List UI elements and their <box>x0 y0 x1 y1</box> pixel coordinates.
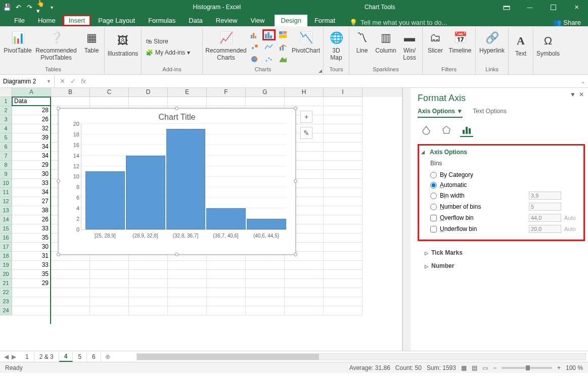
fill-line-icon[interactable] <box>420 124 433 137</box>
zoom-in-button[interactable]: + <box>557 364 561 371</box>
cell[interactable]: 31 <box>12 252 51 261</box>
row-header[interactable]: 17 <box>0 243 12 252</box>
cell[interactable]: Data <box>12 97 51 106</box>
cell[interactable] <box>207 279 246 288</box>
pivotchart-button[interactable]: 📉 PivotChart <box>291 29 321 65</box>
row-header[interactable]: 9 <box>0 170 12 179</box>
maximize-button[interactable] <box>541 0 565 14</box>
horizontal-scrollbar[interactable] <box>137 353 586 360</box>
zoom-percent[interactable]: 100 % <box>566 364 583 371</box>
cell[interactable]: 30 <box>12 243 51 252</box>
cell[interactable] <box>207 261 246 270</box>
cell[interactable] <box>285 97 324 106</box>
underflow-checkbox[interactable] <box>430 226 437 232</box>
cell[interactable] <box>246 306 285 315</box>
axis-options-header[interactable]: ◢Axis Options <box>421 149 581 156</box>
zoom-out-button[interactable]: − <box>493 364 496 371</box>
cell[interactable] <box>324 143 363 152</box>
by-category-label[interactable]: By Category <box>440 171 581 178</box>
cell[interactable] <box>129 261 168 270</box>
cell[interactable] <box>246 288 285 297</box>
row-header[interactable]: 6 <box>0 143 12 152</box>
symbols-button[interactable]: ΩSymbols <box>535 32 561 68</box>
tab-formulas[interactable]: Formulas <box>142 15 182 26</box>
scatter-chart-icon[interactable] <box>262 54 276 65</box>
col-header[interactable]: E <box>168 88 207 97</box>
sparkline-winloss-button[interactable]: ▬Win/ Loss <box>399 29 420 65</box>
cell[interactable] <box>285 261 324 270</box>
new-sheet-button[interactable]: ⊕ <box>101 353 114 360</box>
cell[interactable] <box>324 206 363 215</box>
cell[interactable] <box>207 306 246 315</box>
cell[interactable] <box>207 97 246 106</box>
illustrations-button[interactable]: 🖼 Illustrations <box>107 32 139 68</box>
line-chart-icon[interactable] <box>262 41 276 53</box>
underflow-field[interactable] <box>529 225 561 233</box>
row-header[interactable]: 16 <box>0 233 12 243</box>
name-box[interactable]: Diagramm 2▼ <box>0 75 55 87</box>
tab-review[interactable]: Review <box>210 15 244 26</box>
row-header[interactable]: 14 <box>0 215 12 224</box>
cell[interactable] <box>168 297 207 306</box>
cell[interactable]: 26 <box>12 215 51 224</box>
cell[interactable] <box>324 306 363 315</box>
underflow-label[interactable]: Underflow bin <box>440 225 526 232</box>
waterfall-chart-icon[interactable] <box>248 41 261 53</box>
cell[interactable] <box>324 161 363 170</box>
cell[interactable] <box>207 288 246 297</box>
3d-map-button[interactable]: 🌐 3D Map <box>326 29 347 65</box>
cell[interactable] <box>324 270 363 279</box>
column-chart-icon[interactable] <box>248 29 261 40</box>
sheet-tab[interactable]: 6 <box>87 352 101 361</box>
expand-formula-bar-icon[interactable]: ⌄ <box>578 78 588 85</box>
my-addins-button[interactable]: 🧩 My Add-ins ▾ <box>144 48 200 57</box>
select-all-corner[interactable] <box>0 88 12 97</box>
tell-me-search[interactable]: 💡 Tell me what you want to do... <box>349 19 447 26</box>
cancel-edit-icon[interactable]: ✕ <box>60 77 65 85</box>
cell[interactable] <box>168 279 207 288</box>
recommended-charts-button[interactable]: 📈 Recommended Charts <box>205 29 247 65</box>
cell[interactable] <box>246 261 285 270</box>
row-header[interactable]: 20 <box>0 270 12 279</box>
row-header[interactable]: 7 <box>0 152 12 161</box>
combo-chart-icon[interactable] <box>277 41 290 53</box>
bin-width-field[interactable] <box>529 192 561 200</box>
bin-width-radio[interactable] <box>430 193 437 199</box>
cell[interactable] <box>207 297 246 306</box>
share-button[interactable]: 👥 Share <box>553 19 581 26</box>
automatic-radio[interactable] <box>430 182 437 189</box>
cell[interactable] <box>129 288 168 297</box>
cell[interactable] <box>90 288 129 297</box>
cell[interactable] <box>168 261 207 270</box>
cell[interactable]: 39 <box>12 133 51 143</box>
cell[interactable] <box>129 306 168 315</box>
touch-mode-icon[interactable]: 👆▾ <box>36 3 44 11</box>
row-header[interactable]: 10 <box>0 179 12 188</box>
row-header[interactable]: 11 <box>0 188 12 197</box>
cell[interactable] <box>51 270 90 279</box>
cell[interactable] <box>285 270 324 279</box>
col-header[interactable]: B <box>51 88 90 97</box>
cell[interactable]: 35 <box>12 233 51 243</box>
tab-insert[interactable]: Insert <box>63 15 92 26</box>
cell[interactable] <box>12 288 51 297</box>
cell[interactable]: 34 <box>12 188 51 197</box>
chart-styles-button[interactable]: ✎ <box>300 127 312 139</box>
row-header[interactable]: 22 <box>0 288 12 297</box>
cell[interactable]: 26 <box>12 115 51 124</box>
cell[interactable] <box>51 288 90 297</box>
row-header[interactable]: 23 <box>0 297 12 306</box>
cell[interactable] <box>129 279 168 288</box>
tab-page-layout[interactable]: Page Layout <box>92 15 141 26</box>
num-bins-label[interactable]: Number of bins <box>440 203 526 210</box>
cell[interactable]: 29 <box>12 279 51 288</box>
cell[interactable] <box>246 270 285 279</box>
x-axis-labels[interactable]: [25, 28,9](28,9, 32,8](32,8, 36,7](36,7,… <box>81 233 286 239</box>
sheet-tab[interactable]: 4 <box>59 352 73 362</box>
row-header[interactable]: 18 <box>0 252 12 261</box>
pane-close-icon[interactable]: ✕ <box>579 91 584 98</box>
cell[interactable]: 27 <box>12 197 51 206</box>
cell[interactable] <box>324 188 363 197</box>
axis-options-icon[interactable] <box>460 124 473 137</box>
cell[interactable] <box>324 115 363 124</box>
